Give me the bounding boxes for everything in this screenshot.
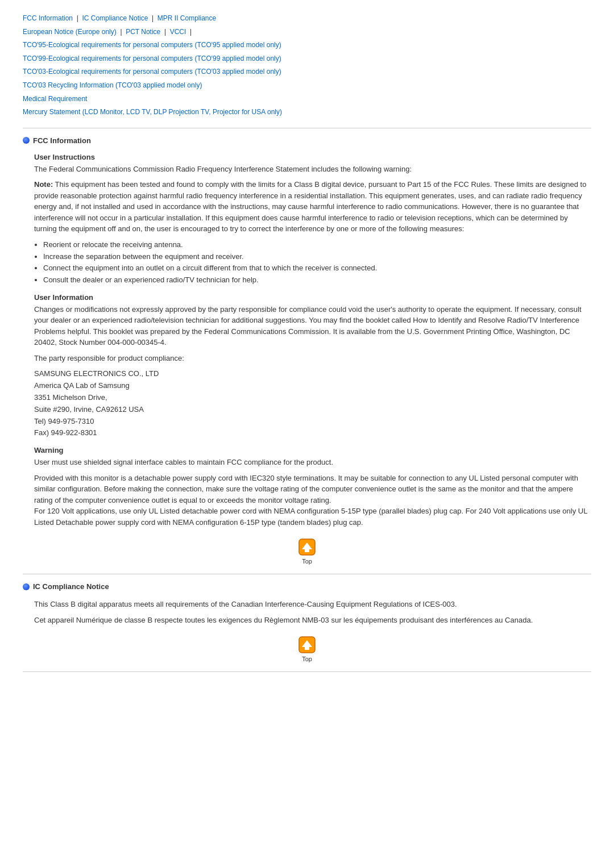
bullet-item: Increase the separation between the equi… [43, 251, 591, 263]
user-information-subsection: User Information Changes or modification… [34, 293, 591, 439]
nav-link-ic[interactable]: IC Compliance Notice [82, 14, 148, 22]
ic-top-button-container: Top [23, 635, 591, 662]
nav-link-tco95[interactable]: TCO'95-Ecological requirements for perso… [23, 41, 281, 49]
warning-title: Warning [34, 446, 591, 454]
ic-content: This Class B digital apparatus meets all… [34, 599, 591, 625]
user-instructions-intro: The Federal Communications Commission Ra… [34, 164, 591, 175]
nav-link-european[interactable]: European Notice (Europe only) [23, 28, 117, 36]
fcc-bullet-icon [23, 137, 30, 144]
ic-header-label: IC Compliance Notice [33, 582, 109, 591]
user-instructions-bullets: Reorient or relocate the receiving anten… [43, 239, 591, 286]
nav-link-mercury[interactable]: Mercury Statement (LCD Monitor, LCD TV, … [23, 108, 282, 116]
nav-link-medical[interactable]: Medical Requirement [23, 95, 87, 103]
user-information-title: User Information [34, 293, 591, 302]
user-instructions-note: Note: This equipment has been tested and… [34, 179, 591, 235]
nav-link-tco03r[interactable]: TCO'03 Recycling Information (TCO'03 app… [23, 81, 202, 89]
fcc-section-header: FCC Information [23, 136, 591, 145]
fcc-top-label: Top [302, 558, 312, 565]
nav-link-tco99[interactable]: TCO'99-Ecological requirements for perso… [23, 55, 281, 62]
nav-link-vcci[interactable]: VCCI [170, 28, 186, 36]
navigation-links: FCC Information | IC Compliance Notice |… [23, 11, 591, 119]
svg-rect-5 [305, 647, 309, 650]
middle-divider [23, 574, 591, 574]
ic-para1: This Class B digital apparatus meets all… [34, 599, 591, 610]
user-instructions-subsection: User Instructions The Federal Communicat… [34, 153, 591, 286]
user-information-para2: The party responsible for product compli… [34, 353, 591, 364]
top-divider [23, 128, 591, 128]
ic-section: IC Compliance Notice This Class B digita… [23, 582, 591, 662]
fcc-top-button-container: Top [23, 537, 591, 565]
nav-link-mpr[interactable]: MPR II Compliance [157, 14, 216, 22]
user-information-para1: Changes or modifications not expressly a… [34, 304, 591, 348]
top-arrow-icon [297, 537, 317, 557]
nav-link-pct[interactable]: PCT Notice [126, 28, 160, 36]
fcc-header-label: FCC Information [33, 136, 91, 145]
ic-bullet-icon [23, 583, 30, 590]
ic-top-button[interactable]: Top [297, 635, 317, 662]
address-block: SAMSUNG ELECTRONICS CO., LTD America QA … [34, 368, 591, 439]
ic-top-arrow-icon [297, 635, 317, 655]
bullet-item: Connect the equipment into an outlet on … [43, 262, 591, 274]
ic-top-label: Top [302, 656, 312, 662]
fcc-section: FCC Information User Instructions The Fe… [23, 136, 591, 565]
warning-para1: User must use shielded signal interface … [34, 457, 591, 468]
nav-link-fcc[interactable]: FCC Information [23, 14, 73, 22]
ic-para2: Cet appareil Numérique de classe B respe… [34, 615, 591, 626]
warning-para2: Provided with this monitor is a detachab… [34, 473, 591, 528]
bottom-divider [23, 671, 591, 672]
user-instructions-title: User Instructions [34, 153, 591, 161]
fcc-top-button[interactable]: Top [297, 537, 317, 565]
bullet-item: Consult the dealer or an experienced rad… [43, 274, 591, 286]
warning-subsection: Warning User must use shielded signal in… [34, 446, 591, 528]
svg-rect-2 [305, 549, 309, 552]
ic-section-header: IC Compliance Notice [23, 582, 591, 591]
bullet-item: Reorient or relocate the receiving anten… [43, 239, 591, 251]
nav-link-tco03[interactable]: TCO'03-Ecological requirements for perso… [23, 68, 281, 76]
